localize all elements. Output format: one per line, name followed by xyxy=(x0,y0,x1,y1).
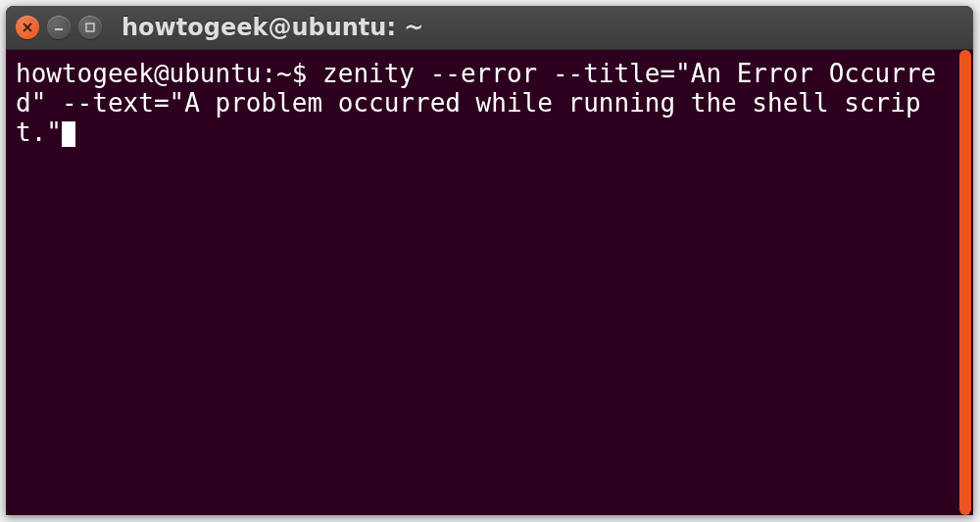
window-controls xyxy=(16,16,102,39)
maximize-icon xyxy=(84,22,96,33)
scrollbar-track[interactable] xyxy=(957,50,973,515)
minimize-icon xyxy=(53,22,65,33)
cursor xyxy=(62,121,75,147)
prompt: howtogeek@ubuntu:~$ xyxy=(16,59,307,88)
minimize-button[interactable] xyxy=(47,16,71,39)
maximize-button[interactable] xyxy=(78,16,102,39)
titlebar[interactable]: howtogeek@ubuntu: ~ xyxy=(6,6,973,50)
svg-rect-3 xyxy=(86,24,94,31)
close-icon xyxy=(22,22,33,33)
window-title: howtogeek@ubuntu: ~ xyxy=(122,14,423,41)
scrollbar-thumb[interactable] xyxy=(959,50,971,515)
terminal-window: howtogeek@ubuntu: ~ howtogeek@ubuntu:~$ … xyxy=(6,6,973,515)
terminal-body[interactable]: howtogeek@ubuntu:~$ zenity --error --tit… xyxy=(6,50,973,515)
close-button[interactable] xyxy=(16,16,39,39)
